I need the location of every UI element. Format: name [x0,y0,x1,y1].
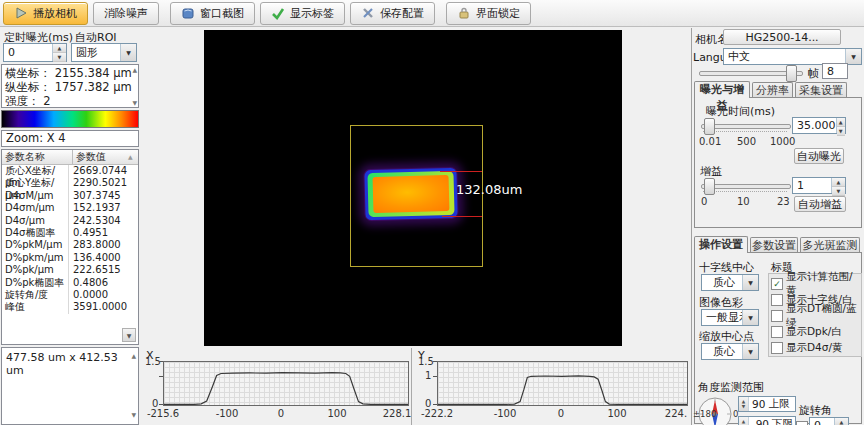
gain-label: 增益 [700,164,722,179]
spinner-buttons[interactable]: ▲▼ [739,417,749,425]
checkbox-box[interactable]: ✓ [771,278,783,290]
tab-operation-settings[interactable]: 操作设置 [694,236,748,253]
x-plot-xtick: 100 [327,408,346,419]
table-header-row: 参数名称 参数值 ▲ [2,150,138,165]
spin-up-icon[interactable]: ▲ [835,418,848,425]
table-row[interactable]: 峰值3591.0000 [2,301,138,313]
play-camera-button[interactable]: 播放相机 [3,2,88,25]
rotation-angle-input[interactable]: 0 ▲▼ [809,417,849,425]
table-row[interactable]: D4σ/μm242.5304 [2,215,138,227]
image-color-select[interactable]: 一般显示 ▼ [701,309,759,326]
frame-slider-thumb[interactable] [786,65,797,82]
x-plot-xtick: 0 [278,408,284,419]
scroll-down-icon[interactable]: ▼ [132,99,137,106]
exposure-scale-max: 1000 [770,136,795,147]
table-row[interactable]: D%pkm/μm136.4000 [2,252,138,264]
remove-noise-button[interactable]: 消除噪声 [93,2,159,25]
checkbox-box[interactable] [771,342,783,354]
spin-down-icon[interactable]: ▼ [53,53,66,62]
spin-up-icon[interactable]: ▲ [53,44,66,53]
tab-parameter-settings[interactable]: 参数设置 [750,237,798,253]
window-screenshot-button[interactable]: 窗口截图 [170,2,255,25]
param-value: 136.4000 [69,252,138,264]
table-row[interactable]: D%pk椭圆率0.4806 [2,277,138,289]
spinner-buttons[interactable]: ▲▼ [739,397,749,411]
table-row[interactable]: 旋转角/度0.0000 [2,289,138,301]
compass-left-label: ±180 [693,409,716,419]
gain-input[interactable]: 1 ▲▼ [792,177,846,194]
checkbox-box[interactable] [771,294,783,306]
cursor-intensity-line: 强度： 2 [5,94,138,108]
param-name-header[interactable]: 参数名称 [2,150,73,164]
show-labels-button[interactable]: 显示标签 [260,2,345,25]
y-plot-xtick: 0 [558,408,564,419]
colormap-gradient-bar [1,110,139,128]
auto-roi-select[interactable]: 圆形 ▼ [71,43,137,62]
y-plot-xtick: -100 [494,408,517,419]
scroll-down-icon[interactable]: ▼ [131,411,136,418]
param-value: 222.6515 [69,264,138,276]
param-name: 峰值 [2,301,69,313]
tab-resolution[interactable]: 分辨率 [752,82,793,98]
camera-name-value: HG2500-14... [745,31,818,44]
beam-image-view[interactable]: 132.08um [204,30,622,346]
table-row[interactable]: D4σM/μm307.3745 [2,190,138,202]
checkbox-box[interactable] [771,310,783,322]
sort-icon[interactable]: ▲ [125,150,138,164]
tab-exposure-gain[interactable]: 曝光与增益 [694,81,750,98]
frame-count-field[interactable]: 8 [822,63,848,79]
tab-multi-spot-monitor[interactable]: 多光斑监测 [800,237,860,253]
checkbox-show-dt-ellipse[interactable]: 显示DT椭圆/蓝绿 [771,308,861,324]
camera-name-button[interactable]: HG2500-14... [723,29,841,45]
spin-up-icon[interactable]: ▲ [832,178,845,187]
gain-slider-thumb[interactable] [704,178,715,195]
play-camera-label: 播放相机 [33,6,77,21]
exposure-time-input[interactable]: 35.000 ▲▼ [792,117,846,134]
measure-annotation: 132.08um [456,182,522,197]
table-row[interactable]: D%pkM/μm283.8000 [2,239,138,251]
spinner-buttons: ▲▼ [836,118,846,133]
table-row[interactable]: D4σ椭圆率0.4951 [2,227,138,239]
table-row[interactable]: 质心X坐标/μm2669.0744 [2,165,138,177]
tab-acquisition[interactable]: 采集设置 [795,82,847,98]
parameter-table: 参数名称 参数值 ▲ 质心X坐标/μm2669.0744 质心Y坐标/μm229… [1,149,139,345]
scroll-up-icon[interactable]: ▲ [132,66,137,73]
auto-gain-button[interactable]: 自动增益 [794,196,846,212]
spin-up-icon[interactable]: ▲ [837,118,846,127]
slider-ticks [703,189,787,192]
dropdown-arrow-icon[interactable]: ▼ [742,310,758,325]
remove-noise-label: 消除噪声 [104,6,148,21]
lock-ui-button[interactable]: 界面锁定 [446,2,531,25]
show-labels-label: 显示标签 [290,6,334,21]
angle-upper-value: 90 [749,398,768,410]
spin-down-icon[interactable]: ▼ [837,127,846,136]
angle-upper-limit-input[interactable]: ▲▼ 90 上限 [738,396,796,412]
x-plot-xtick: -100 [216,408,239,419]
angle-lower-limit-input[interactable]: ▲▼ -90 下限 [738,416,796,425]
checkbox-box[interactable] [771,326,783,338]
auto-exposure-button[interactable]: 自动曝光 [794,148,844,164]
checkbox-show-d4sigma[interactable]: 显示D4σ/黄 [771,340,861,356]
spin-down-icon[interactable]: ▼ [832,187,845,196]
param-name: D4σM/μm [2,190,69,202]
dropdown-arrow-icon[interactable]: ▼ [742,344,758,359]
timed-exposure-input[interactable]: 0 ▲▼ [3,43,67,62]
scroll-up-icon[interactable]: ▲ [131,352,136,359]
rotation-checkbox[interactable] [796,421,808,425]
x-profile-plot [163,361,409,406]
table-row[interactable]: 质心Y坐标/μm2290.5021 [2,177,138,189]
dropdown-arrow-icon[interactable]: ▼ [120,44,136,61]
dropdown-arrow-icon[interactable]: ▼ [845,49,861,64]
y-plot-xtick: 224. [665,408,687,419]
zoom-center-select[interactable]: 质心 ▼ [701,343,759,360]
checkbox-show-calc-range[interactable]: ✓显示计算范围/黄 [771,276,861,292]
scroll-down-icon[interactable]: ▼ [122,328,136,342]
window-screenshot-label: 窗口截图 [200,6,244,21]
crosshair-center-select[interactable]: 质心 ▼ [701,274,759,291]
param-value-header[interactable]: 参数值 [73,150,125,164]
dropdown-arrow-icon[interactable]: ▼ [742,275,758,290]
exposure-slider-thumb[interactable] [704,118,715,135]
save-config-button[interactable]: 保存配置 [350,2,435,25]
table-row[interactable]: D%pk/μm222.6515 [2,264,138,276]
table-row[interactable]: D4σm/μm152.1937 [2,202,138,214]
